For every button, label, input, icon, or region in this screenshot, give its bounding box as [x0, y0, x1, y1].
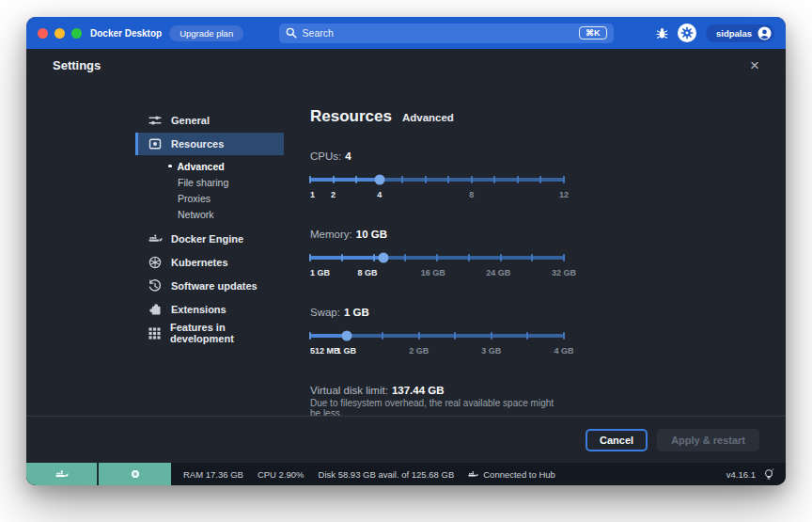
sidebar-item-label: Software updates	[171, 280, 258, 292]
engine-running-segment[interactable]	[26, 463, 99, 485]
kubernetes-icon	[148, 256, 163, 269]
memory-value: 10 GB	[356, 229, 387, 240]
swap-tick-labels: 512 MB1 GB2 GB3 GB4 GB	[310, 346, 564, 357]
slider-handle[interactable]	[341, 331, 351, 341]
resources-icon	[148, 137, 163, 150]
zoom-window-button[interactable]	[71, 28, 82, 39]
lightbulb-icon[interactable]	[763, 468, 774, 481]
slider-tick	[468, 254, 470, 261]
cpus-slider-track[interactable]	[310, 178, 564, 182]
minimize-window-button[interactable]	[55, 28, 65, 39]
whale-icon	[468, 470, 478, 479]
slider-tick	[454, 332, 456, 340]
slider-tick-label: 2	[331, 190, 336, 199]
docker-desktop-window: Docker Desktop Upgrade plan Search ⌘K	[26, 17, 786, 485]
username: sidpalas	[716, 28, 752, 39]
cpu-usage: CPU 2.90%	[258, 469, 304, 480]
shortcut-badge: ⌘K	[579, 26, 607, 40]
swap-slider-section: Swap: 1 GB 512 MB1 GB2 GB3 GB4 GB	[310, 307, 564, 357]
slider-tick-label: 4 GB	[554, 346, 573, 356]
resources-subitems: Advanced File sharing Proxies Network	[135, 158, 284, 222]
sidebar-item-docker-engine[interactable]: Docker Engine	[135, 228, 284, 250]
settings-gear-button[interactable]	[678, 24, 696, 42]
sidebar-item-kubernetes[interactable]: Kubernetes	[135, 251, 284, 274]
slider-tick-label: 512 MB	[310, 346, 340, 356]
action-bar: Cancel Apply & restart	[26, 416, 786, 463]
record-dot-icon	[132, 470, 139, 478]
slider-tick-label: 32 GB	[552, 268, 576, 277]
cpus-label: CPUs: 4	[310, 150, 564, 162]
sidebar-item-features-in-development[interactable]: Features in development	[135, 322, 284, 344]
upgrade-plan-button[interactable]: Upgrade plan	[169, 25, 243, 41]
slider-tick	[526, 332, 528, 340]
sidebar-subitem-advanced[interactable]: Advanced	[135, 158, 284, 174]
page-title: Settings	[53, 58, 101, 72]
slider-tick	[341, 254, 343, 261]
sidebar-item-resources[interactable]: Resources	[135, 133, 284, 155]
sidebar-item-software-updates[interactable]: Software updates	[135, 275, 284, 297]
apply-restart-button[interactable]: Apply & restart	[657, 429, 759, 451]
sidebar-item-label: Features in development	[170, 322, 284, 344]
account-menu-button[interactable]: sidpalas	[706, 24, 774, 42]
bug-icon[interactable]	[656, 26, 668, 40]
status-right: v4.16.1	[726, 468, 786, 481]
sidebar-item-label: Docker Engine	[171, 233, 243, 245]
status-bar: RAM 17.36 GB CPU 2.90% Disk 58.93 GB ava…	[26, 463, 786, 485]
disk-label: Virtual disk limit: 137.44 GB	[310, 385, 564, 396]
cpus-tick-labels: 124812	[310, 190, 564, 201]
slider-tick	[309, 254, 311, 261]
sidebar-subitem-label: Advanced	[178, 161, 225, 172]
slider-tick	[531, 254, 533, 261]
slider-handle[interactable]	[379, 253, 389, 263]
update-clock-icon	[148, 279, 163, 293]
puzzle-icon	[148, 303, 163, 316]
slider-tick	[493, 176, 495, 183]
grid-icon	[148, 327, 162, 340]
version-label: v4.16.1	[726, 469, 756, 480]
sidebar-item-extensions[interactable]: Extensions	[135, 298, 284, 321]
cancel-button[interactable]: Cancel	[586, 429, 648, 451]
app-title: Docker Desktop	[90, 28, 162, 39]
swap-label: Swap: 1 GB	[310, 307, 564, 318]
slider-tick-label: 1 GB	[336, 346, 356, 356]
slider-tick	[333, 176, 335, 183]
search-icon	[286, 27, 297, 39]
slider-tick	[373, 254, 375, 261]
slider-tick-label: 24 GB	[486, 268, 510, 277]
sidebar-subitem-proxies[interactable]: Proxies	[135, 190, 284, 206]
status-dot-segment[interactable]	[99, 463, 171, 485]
settings-header: Settings ×	[26, 49, 786, 81]
slider-tick	[517, 176, 519, 183]
cpus-value: 4	[345, 150, 351, 162]
hub-connection: Connected to Hub	[468, 469, 555, 480]
search-placeholder: Search	[303, 27, 334, 39]
slider-tick	[491, 332, 492, 340]
sidebar-item-label: Extensions	[171, 304, 226, 315]
slider-tick-label: 12	[559, 190, 569, 199]
memory-tick-labels: 1 GB8 GB16 GB24 GB32 GB	[310, 268, 564, 279]
titlebar-actions: sidpalas	[656, 24, 774, 42]
panel-heading: Resources Advanced	[310, 107, 579, 126]
slider-tick	[500, 254, 502, 261]
slider-tick-label: 16 GB	[421, 268, 445, 277]
traffic-lights	[38, 28, 82, 39]
slider-tick	[447, 176, 449, 183]
slider-tick	[418, 332, 420, 340]
search-input[interactable]: Search ⌘K	[279, 24, 614, 43]
disk-note: Due to filesystem overhead, the real ava…	[310, 398, 564, 416]
sidebar-subitem-label: Network	[178, 209, 214, 220]
sidebar-subitem-network[interactable]: Network	[135, 206, 284, 222]
slider-tick-label: 3 GB	[481, 346, 501, 356]
slider-tick-label: 8 GB	[358, 268, 378, 277]
close-window-button[interactable]	[38, 28, 48, 39]
close-settings-button[interactable]: ×	[750, 57, 759, 73]
slider-tick	[309, 176, 311, 183]
hub-status-text: Connected to Hub	[483, 469, 555, 480]
slider-handle[interactable]	[374, 175, 384, 185]
sidebar-item-general[interactable]: General	[135, 109, 284, 132]
memory-slider-track[interactable]	[310, 256, 564, 260]
swap-slider-track[interactable]	[310, 334, 564, 338]
settings-body: General Resources Advanced File sharin	[26, 81, 786, 416]
slider-tick-label: 4	[377, 190, 382, 199]
sidebar-subitem-file-sharing[interactable]: File sharing	[135, 174, 284, 190]
